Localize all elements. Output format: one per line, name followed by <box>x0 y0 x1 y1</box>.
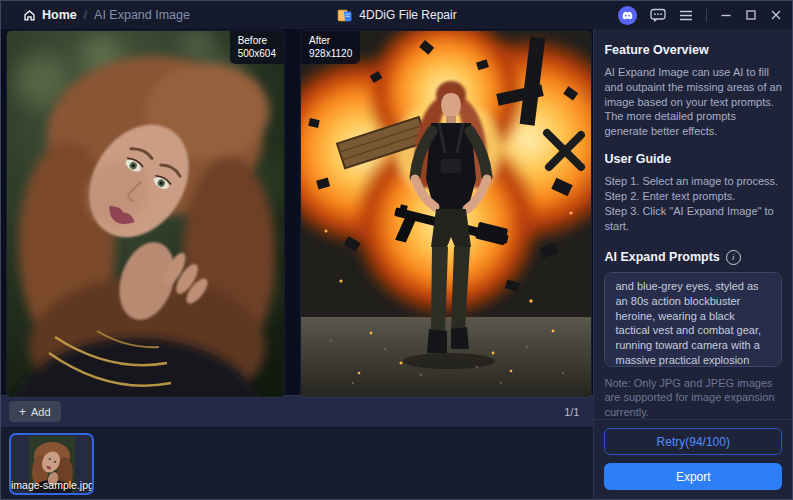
app-title: 4DDiG File Repair <box>359 8 456 22</box>
after-badge: After 928x1120 <box>301 31 360 64</box>
after-badge-label: After <box>309 34 352 47</box>
prompts-header: AI Expand Prompts i <box>604 250 782 265</box>
user-guide-steps: Step 1. Select an image to process. Step… <box>604 174 782 234</box>
minimize-button[interactable] <box>720 9 732 21</box>
titlebar: Home / AI Expand Image 4DDiG File Repair <box>1 1 792 29</box>
breadcrumb-separator: / <box>84 8 87 22</box>
breadcrumb: Home / AI Expand Image <box>23 8 190 22</box>
plus-icon: + <box>19 406 26 418</box>
format-note: Note: Only JPG and JPEG images are suppo… <box>604 376 782 420</box>
guide-step-1: Step 1. Select an image to process. <box>604 174 782 189</box>
page-indicator: 1/1 <box>564 406 579 418</box>
sidebar: Feature Overview AI Expand Image can use… <box>593 29 792 500</box>
user-guide-title: User Guide <box>604 152 782 166</box>
guide-step-3: Step 3. Click "AI Expand Image" to start… <box>604 204 782 234</box>
before-badge-label: Before <box>238 34 276 47</box>
feedback-chat-icon[interactable] <box>650 8 666 22</box>
viewer-toolbar: + Add 1/1 <box>1 395 593 427</box>
thumbnail-strip: image-sample.jpg <box>1 427 593 500</box>
prompts-title: AI Expand Prompts <box>604 250 719 264</box>
guide-step-2: Step 2. Enter text prompts. <box>604 189 782 204</box>
add-image-button[interactable]: + Add <box>9 401 61 422</box>
app-title-group: 4DDiG File Repair <box>336 1 456 29</box>
titlebar-divider <box>706 9 707 22</box>
after-image: After 928x1120 <box>301 31 591 397</box>
titlebar-controls <box>618 6 782 25</box>
retry-button[interactable]: Retry(94/100) <box>604 428 782 455</box>
thumbnail-item[interactable]: image-sample.jpg <box>9 433 94 495</box>
close-button[interactable] <box>770 9 782 21</box>
app-logo-icon <box>336 8 352 23</box>
before-badge-size: 500x604 <box>238 47 276 60</box>
maximize-button[interactable] <box>745 9 757 21</box>
breadcrumb-current: AI Expand Image <box>94 8 190 22</box>
before-portrait-art <box>7 31 284 397</box>
add-label: Add <box>31 406 51 418</box>
action-buttons: Retry(94/100) Export <box>594 419 792 490</box>
image-viewer-panel: Before 500x604 <box>1 29 593 500</box>
menu-icon[interactable] <box>679 10 693 21</box>
before-badge: Before 500x604 <box>230 31 284 64</box>
feature-overview-title: Feature Overview <box>604 43 782 57</box>
main-area: Before 500x604 <box>1 29 792 500</box>
compare-canvas: Before 500x604 <box>1 29 593 395</box>
home-label: Home <box>42 8 77 22</box>
before-image: Before 500x604 <box>7 31 284 397</box>
home-breadcrumb[interactable]: Home <box>23 8 77 22</box>
feature-overview-body: AI Expand Image can use AI to fill and o… <box>604 65 782 139</box>
export-button[interactable]: Export <box>604 463 782 490</box>
app-window: Home / AI Expand Image 4DDiG File Repair <box>0 0 793 500</box>
after-explosion-art <box>301 31 591 397</box>
after-badge-size: 928x1120 <box>309 47 352 60</box>
prompt-textarea[interactable]: and blue-grey eyes, styled as an 80s act… <box>604 272 782 367</box>
discord-icon[interactable] <box>618 6 637 25</box>
thumbnail-filename: image-sample.jpg <box>11 479 92 491</box>
info-icon[interactable]: i <box>726 250 741 265</box>
home-icon <box>23 9 36 22</box>
